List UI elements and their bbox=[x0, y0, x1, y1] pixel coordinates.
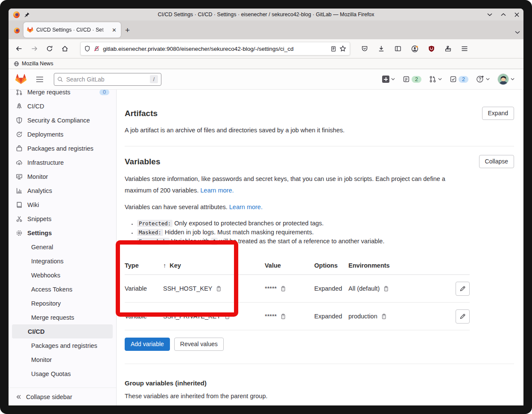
sidebar-item-wiki[interactable]: Wiki bbox=[9, 198, 116, 212]
sidebar-item-merge-requests[interactable]: Merge requests 0 bbox=[9, 90, 116, 99]
new-menu-button[interactable] bbox=[380, 76, 397, 83]
sidebar-item-monitor-settings[interactable]: Monitor bbox=[12, 353, 113, 367]
pin-icon bbox=[24, 12, 30, 17]
sidebar-item-usage-quotas[interactable]: Usage Quotas bbox=[12, 367, 113, 381]
issues-button[interactable]: 2 bbox=[400, 76, 424, 83]
var-value-masked: ***** bbox=[265, 285, 277, 292]
list-item: Masked: Hidden in job logs. Must match m… bbox=[137, 228, 514, 237]
sidebar-item-deployments[interactable]: Deployments bbox=[9, 127, 116, 141]
sidebar-item-general[interactable]: General bbox=[12, 240, 113, 254]
tab-strip: CI/CD Settings · CI/CD · Set ✕ + bbox=[9, 20, 523, 39]
bookmark-star-icon[interactable] bbox=[339, 45, 346, 52]
reload-icon[interactable] bbox=[43, 42, 56, 55]
sidebar-item-repository[interactable]: Repository bbox=[12, 296, 113, 310]
search-input[interactable]: Search GitLab / bbox=[54, 73, 161, 86]
sidebar-item-packages[interactable]: Packages and registries bbox=[9, 141, 116, 155]
chevron-down-icon bbox=[511, 78, 514, 81]
edit-variable-button[interactable] bbox=[456, 309, 470, 324]
tab-title: CI/CD Settings · CI/CD · Set bbox=[36, 27, 111, 33]
todos-count-badge: 2 bbox=[459, 76, 468, 83]
var-options: Expanded bbox=[314, 285, 348, 292]
issues-icon bbox=[403, 76, 410, 83]
globe-icon bbox=[14, 61, 19, 67]
ublock-icon[interactable] bbox=[424, 42, 438, 55]
menu-icon[interactable] bbox=[458, 42, 471, 55]
gitlab-logo-icon[interactable] bbox=[15, 74, 26, 85]
table-row: Variable SSH_HOST_KEY ***** Expanded All… bbox=[125, 275, 470, 303]
variables-collapse-button[interactable]: Collapse bbox=[479, 155, 514, 168]
copy-icon[interactable] bbox=[224, 313, 230, 320]
sidebars-icon[interactable] bbox=[391, 42, 405, 55]
var-key: SSH_HOST_KEY bbox=[163, 285, 212, 292]
column-key-sort[interactable]: ↑Key bbox=[163, 262, 265, 269]
home-icon[interactable] bbox=[58, 42, 72, 55]
downloads-icon[interactable] bbox=[374, 42, 388, 55]
sidebar-item-monitor[interactable]: Monitor bbox=[9, 169, 116, 184]
help-button[interactable] bbox=[474, 75, 492, 83]
variable-attributes-list: Protected: Only exposed to protected bra… bbox=[125, 219, 514, 246]
settings-content: Artifacts Expand A job artifact is an ar… bbox=[117, 90, 523, 405]
section-divider bbox=[125, 364, 514, 364]
copy-icon[interactable] bbox=[280, 313, 286, 320]
sidebar-item-settings[interactable]: Settings bbox=[9, 226, 116, 240]
group-variables-title: Group variables (inherited) bbox=[125, 379, 514, 387]
sidebar-item-integrations[interactable]: Integrations bbox=[12, 254, 113, 268]
column-value: Value bbox=[265, 262, 314, 269]
sidebar-item-cicd-settings[interactable]: CI/CD bbox=[12, 324, 113, 338]
sidebar-item-infrastructure[interactable]: Infrastructure bbox=[9, 155, 116, 169]
artifacts-expand-button[interactable]: Expand bbox=[482, 107, 514, 120]
sidebar-item-packages-settings[interactable]: Packages and registries bbox=[12, 338, 113, 353]
url-bar[interactable]: gitlab.eisenecher.private:9080/eiseneche… bbox=[80, 42, 350, 55]
issues-count-badge: 2 bbox=[412, 76, 421, 83]
back-icon[interactable] bbox=[12, 42, 26, 55]
browser-tab-active[interactable]: CI/CD Settings · CI/CD · Set ✕ bbox=[23, 22, 121, 38]
new-tab-button[interactable]: + bbox=[125, 26, 130, 35]
copy-icon[interactable] bbox=[280, 286, 286, 292]
sidebar-item-cicd[interactable]: CI/CD bbox=[9, 99, 116, 113]
gear-icon bbox=[16, 230, 23, 236]
chevron-down-icon bbox=[391, 78, 395, 81]
avatar bbox=[497, 73, 509, 85]
insecure-lock-icon[interactable] bbox=[94, 45, 100, 52]
bookmark-mozilla-news[interactable]: Mozilla News bbox=[22, 61, 53, 67]
copy-icon[interactable] bbox=[383, 286, 389, 292]
add-variable-button[interactable]: Add variable bbox=[125, 338, 170, 351]
copy-icon[interactable] bbox=[381, 313, 387, 320]
merge-requests-button[interactable] bbox=[427, 76, 444, 83]
account-icon[interactable] bbox=[408, 42, 421, 55]
tab-close-icon[interactable]: ✕ bbox=[111, 27, 117, 33]
todo-check-icon bbox=[450, 76, 457, 83]
edit-variable-button[interactable] bbox=[456, 282, 470, 296]
list-tabs-icon[interactable] bbox=[515, 31, 520, 34]
minimize-icon[interactable] bbox=[487, 13, 492, 16]
collapse-sidebar-button[interactable]: Collapse sidebar bbox=[9, 388, 116, 405]
learn-more-link[interactable]: Learn more. bbox=[200, 187, 234, 194]
sidebar-item-analytics[interactable]: Analytics bbox=[9, 184, 116, 198]
permissions-shield-icon[interactable] bbox=[84, 45, 91, 52]
sidebar-item-access-tokens[interactable]: Access Tokens bbox=[12, 282, 113, 296]
search-icon bbox=[57, 76, 63, 82]
sidebar-item-merge-requests-settings[interactable]: Merge requests bbox=[12, 310, 113, 324]
reader-mode-icon[interactable] bbox=[330, 46, 336, 52]
url-text[interactable]: gitlab.eisenecher.private:9080/eiseneche… bbox=[103, 46, 327, 52]
chevron-double-left-icon bbox=[16, 394, 22, 400]
sidebar-item-security[interactable]: Security & Compliance bbox=[9, 113, 116, 127]
variables-intro: Variables store information, like passwo… bbox=[125, 173, 462, 196]
column-environments: Environments bbox=[348, 262, 431, 269]
copy-icon[interactable] bbox=[216, 286, 222, 292]
gitlab-menu-icon[interactable] bbox=[36, 76, 44, 82]
reveal-values-button[interactable]: Reveal values bbox=[174, 338, 224, 351]
sidebar-item-snippets[interactable]: Snippets bbox=[9, 212, 116, 226]
maximize-icon[interactable] bbox=[501, 13, 506, 16]
variables-table: Type ↑Key Value Options Environments Var… bbox=[125, 256, 470, 330]
search-placeholder: Search GitLab bbox=[66, 76, 147, 83]
todos-button[interactable]: 2 bbox=[447, 76, 471, 83]
learn-more-link[interactable]: Learn more. bbox=[229, 204, 263, 210]
sidebar-item-webhooks[interactable]: Webhooks bbox=[12, 268, 113, 282]
merge-request-icon bbox=[16, 90, 23, 96]
user-menu-button[interactable] bbox=[495, 73, 517, 85]
extensions-icon[interactable] bbox=[441, 42, 455, 55]
forward-icon[interactable] bbox=[27, 42, 41, 55]
close-icon[interactable] bbox=[514, 12, 519, 17]
pocket-icon[interactable] bbox=[358, 42, 371, 55]
